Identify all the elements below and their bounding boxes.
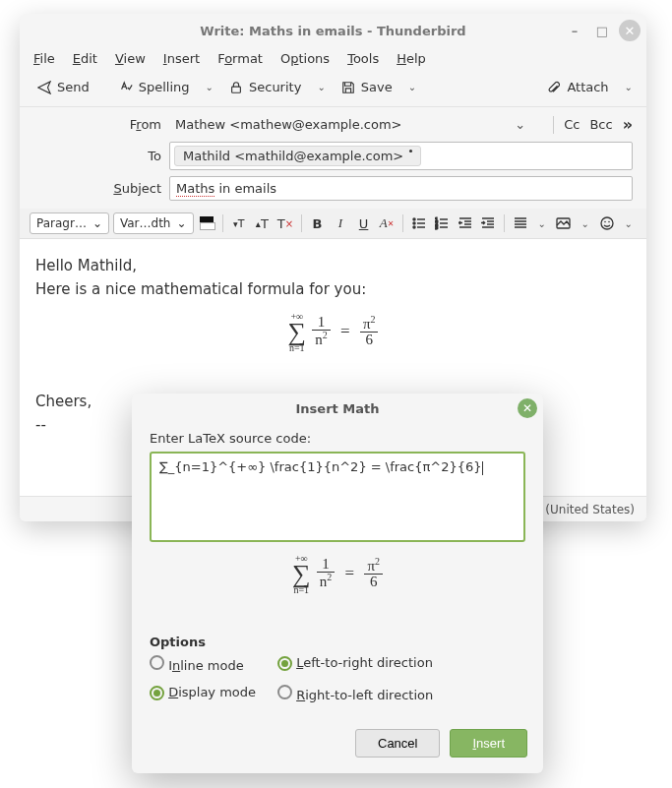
indent-button[interactable] bbox=[479, 212, 499, 234]
preview-lhs-num: 1 bbox=[317, 557, 336, 573]
spelling-label: Spelling bbox=[139, 80, 190, 94]
language-indicator[interactable]: n (United States) bbox=[534, 503, 635, 516]
save-dropdown[interactable]: ⌄ bbox=[404, 82, 420, 92]
menu-bar: File Edit View Insert Format Options Too… bbox=[20, 47, 646, 72]
to-field[interactable]: Mathild <mathild@example.com> bbox=[169, 142, 633, 170]
window-titlebar: Write: Maths in emails - Thunderbird – □… bbox=[20, 14, 646, 47]
menu-file[interactable]: File bbox=[33, 51, 55, 66]
svg-point-5 bbox=[413, 226, 415, 228]
menu-tools[interactable]: Tools bbox=[347, 51, 379, 66]
body-line: Hello Mathild, bbox=[35, 257, 631, 274]
align-dropdown[interactable]: ⌄ bbox=[534, 218, 550, 229]
insert-object-dropdown[interactable]: ⌄ bbox=[578, 218, 593, 229]
radio-icon bbox=[277, 685, 292, 699]
svg-rect-0 bbox=[232, 87, 241, 92]
bcc-toggle[interactable]: Bcc bbox=[589, 117, 612, 132]
dialog-titlebar: Insert Math ✕ bbox=[132, 394, 543, 423]
insert-button[interactable]: Insert bbox=[450, 729, 527, 758]
radio-icon bbox=[150, 655, 164, 670]
preview-sum-lower: n=1 bbox=[292, 585, 311, 595]
rtl-radio[interactable]: Right-to-left direction bbox=[277, 685, 474, 702]
align-button[interactable] bbox=[511, 212, 530, 234]
insert-math-dialog: Insert Math ✕ Enter LaTeX source code: ∑… bbox=[132, 394, 543, 773]
insert-object-button[interactable] bbox=[554, 212, 574, 234]
radio-icon bbox=[277, 656, 292, 671]
latex-input[interactable]: ∑_{n=1}^{+∞} \frac{1}{n^2} = \frac{π^2}{… bbox=[150, 452, 525, 542]
attach-dropdown[interactable]: ⌄ bbox=[621, 82, 637, 92]
menu-insert[interactable]: Insert bbox=[163, 51, 200, 66]
math-preview: +∞ ∑ n=1 1 n2 = π2 6 bbox=[150, 554, 525, 595]
decrease-size-button[interactable]: ▾T bbox=[229, 212, 249, 234]
inline-mode-radio[interactable]: Inline mode bbox=[150, 655, 277, 673]
increase-size-button[interactable]: ▴T bbox=[253, 212, 273, 234]
attach-button[interactable]: Attach bbox=[539, 76, 616, 98]
save-button[interactable]: Save bbox=[334, 76, 400, 98]
from-select[interactable]: Mathew <mathew@example.com> bbox=[169, 113, 507, 136]
paragraph-style-label: Paragr… bbox=[36, 216, 87, 230]
from-caret-icon[interactable]: ⌄ bbox=[515, 117, 525, 132]
main-toolbar: Send Spelling ⌄ Security ⌄ Save ⌄ Attach… bbox=[20, 72, 646, 107]
send-icon bbox=[37, 81, 51, 94]
svg-point-27 bbox=[604, 221, 606, 223]
clear-formatting-button[interactable]: T× bbox=[275, 212, 295, 234]
font-select[interactable]: Var…dth⌄ bbox=[113, 212, 194, 234]
menu-help[interactable]: Help bbox=[397, 51, 426, 66]
italic-button[interactable]: I bbox=[331, 212, 350, 234]
options-heading: Options bbox=[150, 635, 525, 649]
dialog-close-button[interactable]: ✕ bbox=[518, 398, 537, 418]
preview-rhs-den: 6 bbox=[364, 575, 383, 589]
maximize-button[interactable]: □ bbox=[591, 20, 613, 41]
radio-label: Inline mode bbox=[168, 658, 244, 673]
sum-lower-limit: n=1 bbox=[288, 343, 307, 353]
send-button[interactable]: Send bbox=[30, 76, 97, 98]
radio-label: Right-to-left direction bbox=[296, 688, 433, 702]
ltr-radio[interactable]: Left-to-right direction bbox=[277, 655, 474, 673]
menu-edit[interactable]: Edit bbox=[73, 51, 97, 66]
dialog-title: Insert Math bbox=[296, 401, 380, 416]
font-label: Var…dth bbox=[120, 216, 171, 230]
spelling-icon bbox=[119, 81, 133, 94]
remove-style-button[interactable]: A✕ bbox=[377, 212, 397, 234]
outdent-button[interactable] bbox=[456, 212, 475, 234]
latex-prompt-label: Enter LaTeX source code: bbox=[150, 431, 525, 446]
numbered-list-button[interactable]: 123 bbox=[432, 212, 452, 234]
paragraph-style-select[interactable]: Paragr…⌄ bbox=[30, 212, 109, 234]
svg-point-28 bbox=[608, 221, 610, 223]
window-controls: – □ ✕ bbox=[564, 20, 641, 41]
subject-input[interactable]: Maths in emails bbox=[169, 176, 633, 201]
security-label: Security bbox=[249, 80, 301, 94]
latex-input-value: ∑_{n=1}^{+∞} \frac{1}{n^2} = \frac{π^2}{… bbox=[159, 459, 482, 474]
bullet-list-button[interactable] bbox=[409, 212, 429, 234]
spelling-dropdown[interactable]: ⌄ bbox=[202, 82, 217, 92]
paperclip-icon bbox=[547, 81, 561, 94]
lhs-numerator: 1 bbox=[312, 315, 331, 331]
menu-view[interactable]: View bbox=[115, 51, 146, 66]
security-dropdown[interactable]: ⌄ bbox=[313, 82, 329, 92]
compose-headers: From Mathew <mathew@example.com> ⌄ Cc Bc… bbox=[20, 107, 646, 209]
emoji-dropdown[interactable]: ⌄ bbox=[621, 218, 637, 229]
emoji-button[interactable] bbox=[597, 212, 617, 234]
cancel-button[interactable]: Cancel bbox=[355, 729, 440, 758]
spelling-button[interactable]: Spelling bbox=[111, 76, 198, 98]
minimize-button[interactable]: – bbox=[564, 20, 585, 41]
menu-format[interactable]: Format bbox=[217, 51, 263, 66]
cc-toggle[interactable]: Cc bbox=[564, 117, 580, 132]
display-mode-radio[interactable]: Display mode bbox=[150, 685, 277, 702]
recipient-remove-icon[interactable] bbox=[409, 150, 412, 152]
radio-label: Display mode bbox=[168, 685, 256, 699]
send-label: Send bbox=[57, 80, 90, 94]
math-formula: +∞ ∑ n=1 1 n2 = π2 6 bbox=[35, 312, 631, 353]
underline-button[interactable]: U bbox=[354, 212, 374, 234]
text-color-button[interactable] bbox=[198, 212, 217, 234]
subject-misspelled-word: Maths bbox=[176, 181, 214, 197]
svg-text:3: 3 bbox=[435, 224, 438, 230]
attach-label: Attach bbox=[567, 80, 608, 94]
rhs-denominator: 6 bbox=[360, 333, 379, 347]
security-button[interactable]: Security bbox=[221, 76, 309, 98]
bold-button[interactable]: B bbox=[308, 212, 328, 234]
save-icon bbox=[341, 81, 355, 94]
close-button[interactable]: ✕ bbox=[619, 20, 641, 41]
recipient-pill[interactable]: Mathild <mathild@example.com> bbox=[174, 146, 421, 166]
menu-options[interactable]: Options bbox=[280, 51, 330, 66]
more-recipients-icon[interactable]: » bbox=[623, 115, 633, 134]
